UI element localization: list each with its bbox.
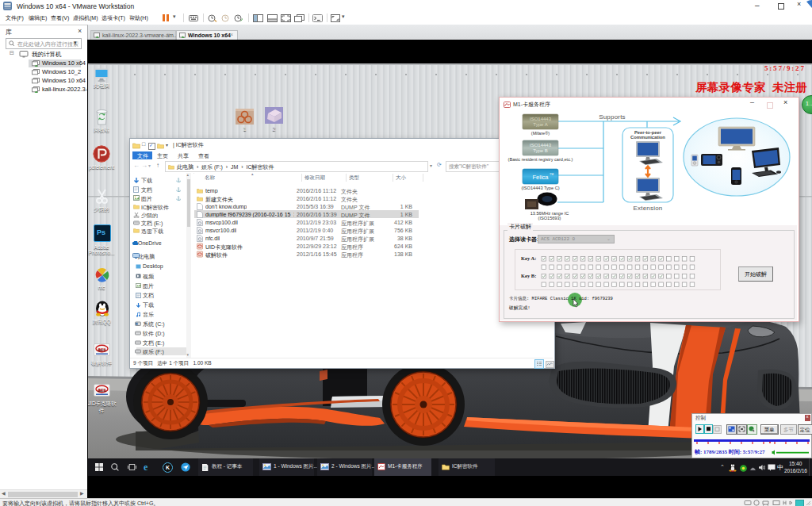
svg-text:Type A: Type A [533, 122, 547, 127]
svg-text:TM: TM [550, 173, 553, 176]
svg-text:ISO14443: ISO14443 [530, 143, 552, 148]
svg-text:(Mifare®): (Mifare®) [531, 131, 550, 136]
svg-text:(ISO15693): (ISO15693) [538, 216, 561, 220]
svg-text:Communication: Communication [630, 135, 665, 140]
svg-text:Extension: Extension [634, 205, 663, 212]
svg-text:Type B: Type B [533, 148, 548, 153]
svg-text:13.56MHz range IC: 13.56MHz range IC [530, 211, 569, 216]
svg-text:Peer-to-peer: Peer-to-peer [634, 130, 662, 135]
svg-text:Supports: Supports [599, 113, 626, 121]
svg-text:acs: acs [98, 347, 106, 351]
svg-text:ISO14443: ISO14443 [530, 117, 552, 121]
svg-text:(Basic resident registry card,: (Basic resident registry card,etc.) [508, 157, 573, 162]
svg-text:Felica: Felica [532, 174, 549, 181]
svg-text:(ISO14443 Type C): (ISO14443 Type C) [521, 186, 559, 190]
svg-text:acs: acs [98, 387, 106, 392]
